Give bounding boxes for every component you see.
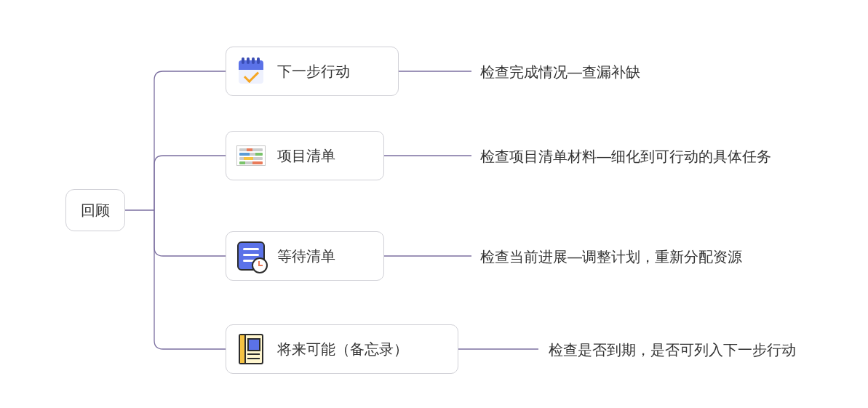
branch-label: 项目清单 [277,146,335,166]
branch-node-project-list[interactable]: 项目清单 [226,131,384,180]
leaf-text-3: 检查是否到期，是否可列入下一步行动 [549,340,796,360]
root-label: 回顾 [81,201,110,220]
branch-connector-0 [399,71,471,72]
branch-node-waiting-list[interactable]: 等待清单 [226,231,384,281]
root-node[interactable]: 回顾 [65,189,125,231]
branch-connector-3 [458,348,538,350]
waitlist-clock-icon [236,241,266,271]
branch-connector-1 [384,155,471,156]
branch-label: 将来可能（备忘录） [277,340,408,359]
spreadsheet-icon [236,141,266,170]
leaf-text-2: 检查当前进展—调整计划，重新分配资源 [480,247,742,267]
branch-connector-2 [384,255,471,257]
leaf-text-1: 检查项目清单材料—细化到可行动的具体任务 [480,147,771,167]
notebook-icon [236,335,266,364]
root-connector [125,44,227,378]
branch-label: 等待清单 [277,247,335,266]
leaf-text-0: 检查完成情况—查漏补缺 [480,63,640,82]
branch-label: 下一步行动 [277,62,350,81]
branch-node-next-action[interactable]: 下一步行动 [226,47,399,96]
calendar-check-icon [236,57,266,86]
branch-node-someday-maybe[interactable]: 将来可能（备忘录） [226,324,458,374]
